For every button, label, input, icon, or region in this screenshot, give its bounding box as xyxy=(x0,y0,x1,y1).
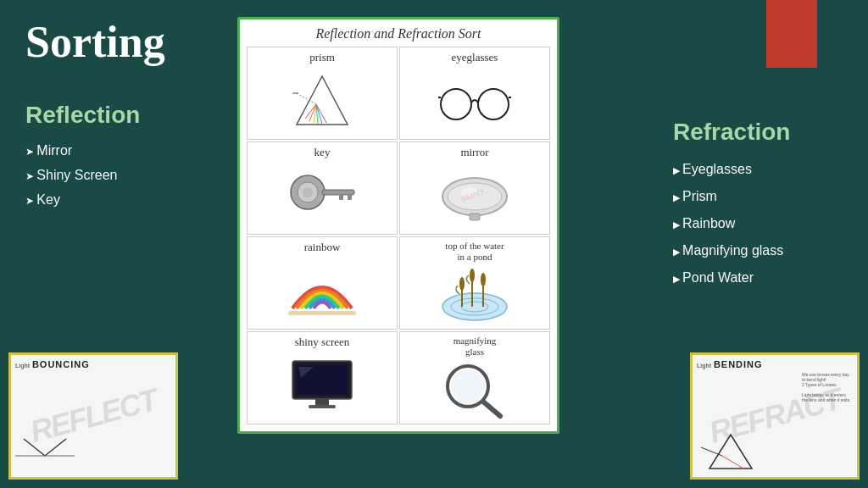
svg-point-27 xyxy=(442,293,507,320)
svg-line-45 xyxy=(24,439,45,456)
cell-label-rainbow: rainbow xyxy=(304,241,341,254)
svg-point-17 xyxy=(303,187,313,197)
bottom-left-inner: Light BOUNCING REFLECT xyxy=(11,355,175,477)
cell-img-pond xyxy=(437,266,513,325)
sort-card: Reflection and Refraction Sort prism xyxy=(237,17,559,434)
sort-cell-rainbow: rainbow xyxy=(247,236,398,330)
cell-img-eyeglasses xyxy=(437,68,513,136)
reflection-heading: Reflection xyxy=(25,102,140,129)
svg-point-9 xyxy=(441,89,471,119)
sort-grid: prism eyeglass xyxy=(247,47,550,424)
svg-rect-40 xyxy=(309,405,336,408)
bending-title: Light BENDING xyxy=(697,359,763,369)
cell-label-shiny-screen: shiny screen xyxy=(295,336,350,349)
sort-cell-eyeglasses: eyeglasses xyxy=(399,47,550,140)
cell-label-prism: prism xyxy=(309,51,335,64)
sort-cell-mirror: mirror SIMPLY... xyxy=(399,141,550,235)
svg-point-44 xyxy=(457,374,467,385)
sort-cell-pond: top of the waterin a pond xyxy=(399,236,550,330)
reflection-item-2: Shiny Screen xyxy=(25,164,140,188)
refraction-item-1: Eyeglasses xyxy=(673,156,843,183)
svg-point-42 xyxy=(451,369,485,403)
svg-rect-18 xyxy=(322,190,354,195)
svg-marker-0 xyxy=(297,76,348,125)
cell-label-magnifying-glass: magnifyingglass xyxy=(453,336,497,358)
cell-label-key: key xyxy=(314,146,331,159)
refraction-heading: Refraction xyxy=(673,119,843,146)
page-title: Sorting xyxy=(25,17,165,67)
refraction-item-5: Pond Water xyxy=(673,264,843,291)
refraction-section: Refraction Eyeglasses Prism Rainbow Magn… xyxy=(673,119,843,291)
cell-img-mirror: SIMPLY... xyxy=(437,163,513,230)
svg-line-49 xyxy=(701,447,722,456)
sort-cell-prism: prism xyxy=(247,47,398,140)
refraction-item-4: Magnifying glass xyxy=(673,237,843,264)
cell-label-mirror: mirror xyxy=(460,146,488,159)
bottom-left-image: Light BOUNCING REFLECT xyxy=(8,352,178,480)
cell-img-shiny-screen xyxy=(288,352,356,420)
bottom-right-inner: Light BENDING REFRACT We use lenses ever… xyxy=(693,355,857,477)
svg-point-33 xyxy=(470,269,475,282)
sort-cell-magnifying-glass: magnifyingglass xyxy=(399,331,550,424)
cell-label-eyeglasses: eyeglasses xyxy=(452,51,498,64)
svg-point-10 xyxy=(478,89,509,119)
cell-label-pond: top of the waterin a pond xyxy=(445,241,504,263)
svg-rect-26 xyxy=(288,311,356,315)
sort-cell-shiny-screen: shiny screen xyxy=(247,331,398,424)
cell-img-magnifying-glass xyxy=(441,361,509,420)
refraction-item-3: Rainbow xyxy=(673,210,843,237)
svg-rect-39 xyxy=(315,399,329,406)
svg-line-46 xyxy=(45,439,66,456)
cell-img-key xyxy=(284,163,360,230)
svg-rect-20 xyxy=(348,195,352,200)
bottom-right-image: Light BENDING REFRACT We use lenses ever… xyxy=(690,352,860,480)
svg-line-1 xyxy=(297,93,316,104)
sort-cell-key: key xyxy=(247,141,398,235)
reflection-item-3: Key xyxy=(25,188,140,213)
bouncing-title: Light BOUNCING xyxy=(15,359,90,369)
svg-point-35 xyxy=(481,273,486,286)
svg-marker-48 xyxy=(709,435,752,469)
svg-rect-23 xyxy=(470,214,480,220)
reflection-section: Reflection Mirror Shiny Screen Key xyxy=(25,102,140,212)
sort-card-title: Reflection and Refraction Sort xyxy=(247,26,550,42)
refraction-list: Eyeglasses Prism Rainbow Magnifying glas… xyxy=(673,156,843,291)
cell-img-rainbow xyxy=(284,258,360,325)
reflection-item-1: Mirror xyxy=(25,139,140,164)
reflection-list: Mirror Shiny Screen Key xyxy=(25,139,140,212)
svg-line-50 xyxy=(722,456,743,469)
cell-img-prism xyxy=(292,68,352,136)
refraction-item-2: Prism xyxy=(673,183,843,210)
red-accent-rect xyxy=(766,0,817,68)
svg-rect-19 xyxy=(339,195,343,200)
svg-line-43 xyxy=(483,402,500,416)
svg-point-31 xyxy=(459,277,465,291)
